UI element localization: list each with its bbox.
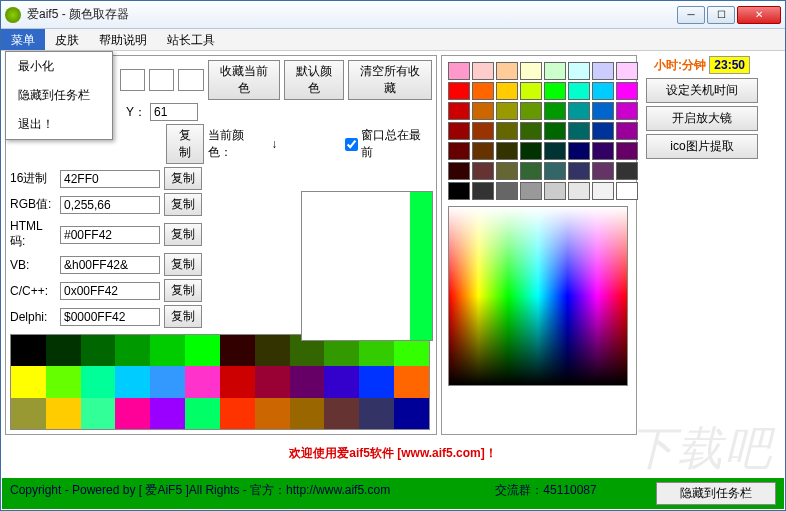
field-input-3[interactable] — [60, 256, 160, 274]
palette-cell[interactable] — [544, 102, 566, 120]
palette-cell[interactable] — [496, 162, 518, 180]
always-on-top-checkbox[interactable]: 窗口总在最前 — [345, 127, 432, 161]
dropdown-exit[interactable]: 退出！ — [6, 110, 112, 139]
palette-cell[interactable] — [568, 182, 590, 200]
palette-cell[interactable] — [616, 122, 638, 140]
fav-cell[interactable] — [46, 398, 81, 429]
field-input-1[interactable] — [60, 196, 160, 214]
palette-cell[interactable] — [568, 62, 590, 80]
palette-cell[interactable] — [544, 122, 566, 140]
field-copy-4[interactable]: 复制 — [164, 279, 202, 302]
fav-cell[interactable] — [11, 398, 46, 429]
field-input-4[interactable] — [60, 282, 160, 300]
field-input-0[interactable] — [60, 170, 160, 188]
palette-cell[interactable] — [472, 162, 494, 180]
close-button[interactable]: ✕ — [737, 6, 781, 24]
menu-item-tools[interactable]: 站长工具 — [157, 29, 225, 50]
ico-extract-button[interactable]: ico图片提取 — [646, 134, 758, 159]
shutdown-timer-button[interactable]: 设定关机时间 — [646, 78, 758, 103]
fav-cell[interactable] — [255, 398, 290, 429]
palette-cell[interactable] — [448, 62, 470, 80]
palette-cell[interactable] — [544, 142, 566, 160]
fav-cell[interactable] — [290, 398, 325, 429]
palette-cell[interactable] — [496, 122, 518, 140]
palette-cell[interactable] — [616, 102, 638, 120]
fav-cell[interactable] — [46, 366, 81, 397]
fav-cell[interactable] — [324, 398, 359, 429]
palette-cell[interactable] — [568, 142, 590, 160]
palette-cell[interactable] — [520, 162, 542, 180]
palette-cell[interactable] — [616, 82, 638, 100]
palette-cell[interactable] — [496, 82, 518, 100]
palette-cell[interactable] — [544, 182, 566, 200]
swatch-1[interactable] — [120, 69, 145, 91]
fav-cell[interactable] — [185, 398, 220, 429]
fav-cell[interactable] — [115, 335, 150, 366]
palette-cell[interactable] — [592, 62, 614, 80]
fav-cell[interactable] — [359, 398, 394, 429]
palette-cell[interactable] — [616, 162, 638, 180]
fav-cell[interactable] — [150, 366, 185, 397]
palette-cell[interactable] — [592, 142, 614, 160]
palette-cell[interactable] — [520, 142, 542, 160]
field-copy-1[interactable]: 复制 — [164, 193, 202, 216]
palette-cell[interactable] — [448, 122, 470, 140]
fav-cell[interactable] — [220, 398, 255, 429]
always-on-top-input[interactable] — [345, 138, 358, 151]
palette-cell[interactable] — [520, 62, 542, 80]
palette-cell[interactable] — [496, 102, 518, 120]
dropdown-hide-tray[interactable]: 隐藏到任务栏 — [6, 81, 112, 110]
palette-cell[interactable] — [520, 182, 542, 200]
palette-cell[interactable] — [448, 182, 470, 200]
palette-cell[interactable] — [520, 82, 542, 100]
palette-cell[interactable] — [472, 62, 494, 80]
fav-cell[interactable] — [115, 366, 150, 397]
fav-cell[interactable] — [150, 335, 185, 366]
palette-cell[interactable] — [568, 82, 590, 100]
dropdown-minimize[interactable]: 最小化 — [6, 52, 112, 81]
fav-cell[interactable] — [255, 335, 290, 366]
palette-cell[interactable] — [472, 122, 494, 140]
fav-cell[interactable] — [81, 366, 116, 397]
palette-cell[interactable] — [448, 142, 470, 160]
fav-cell[interactable] — [81, 335, 116, 366]
default-color-button[interactable]: 默认颜色 — [284, 60, 344, 100]
fav-cell[interactable] — [220, 366, 255, 397]
palette-cell[interactable] — [448, 82, 470, 100]
fav-cell[interactable] — [115, 398, 150, 429]
minimize-button[interactable]: ─ — [677, 6, 705, 24]
palette-cell[interactable] — [472, 102, 494, 120]
palette-cell[interactable] — [592, 102, 614, 120]
palette-cell[interactable] — [592, 122, 614, 140]
palette-cell[interactable] — [616, 62, 638, 80]
fav-cell[interactable] — [290, 366, 325, 397]
swatch-2[interactable] — [149, 69, 174, 91]
fav-cell[interactable] — [220, 335, 255, 366]
palette-cell[interactable] — [544, 162, 566, 180]
palette-cell[interactable] — [616, 142, 638, 160]
fav-cell[interactable] — [150, 398, 185, 429]
field-input-2[interactable] — [60, 226, 160, 244]
field-copy-3[interactable]: 复制 — [164, 253, 202, 276]
fav-current-button[interactable]: 收藏当前色 — [208, 60, 280, 100]
palette-cell[interactable] — [520, 102, 542, 120]
fav-cell[interactable] — [359, 366, 394, 397]
fav-cell[interactable] — [11, 366, 46, 397]
palette-cell[interactable] — [520, 122, 542, 140]
gradient-picker[interactable] — [448, 206, 628, 386]
field-input-5[interactable] — [60, 308, 160, 326]
palette-cell[interactable] — [448, 102, 470, 120]
palette-cell[interactable] — [568, 102, 590, 120]
palette-cell[interactable] — [568, 122, 590, 140]
palette-cell[interactable] — [544, 62, 566, 80]
hide-tray-button[interactable]: 隐藏到任务栏 — [656, 482, 776, 505]
fav-cell[interactable] — [81, 398, 116, 429]
field-copy-0[interactable]: 复制 — [164, 167, 202, 190]
palette-cell[interactable] — [616, 182, 638, 200]
palette-cell[interactable] — [496, 142, 518, 160]
magnifier-button[interactable]: 开启放大镜 — [646, 106, 758, 131]
menu-item-main[interactable]: 菜单 — [1, 29, 45, 50]
fav-cell[interactable] — [185, 335, 220, 366]
palette-cell[interactable] — [496, 62, 518, 80]
palette-cell[interactable] — [472, 142, 494, 160]
